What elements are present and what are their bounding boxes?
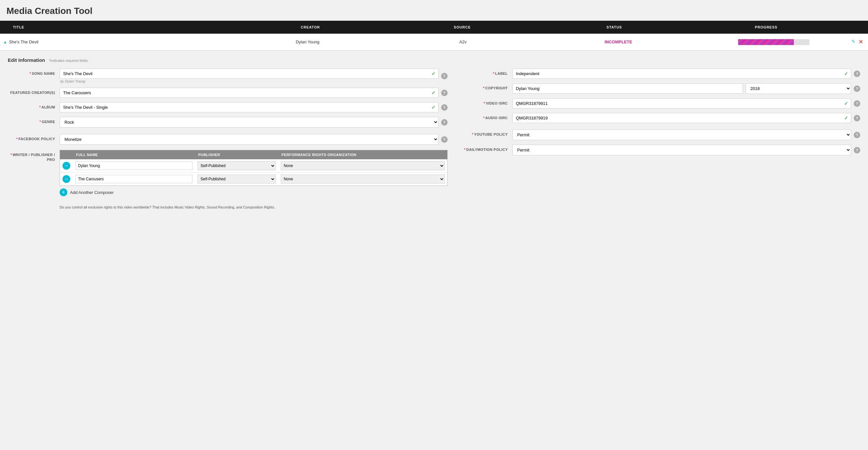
video-isrc-input-wrapper: ✓ bbox=[513, 98, 851, 108]
featured-creators-input[interactable] bbox=[60, 88, 429, 97]
featured-creators-help-icon[interactable]: ? bbox=[441, 90, 447, 96]
header-status: STATUS bbox=[538, 24, 690, 30]
header-progress: PROGRESS bbox=[690, 24, 842, 30]
writer-name-cell-2 bbox=[73, 172, 195, 186]
writer-name-cell-1 bbox=[73, 159, 195, 172]
song-name-input[interactable] bbox=[60, 69, 429, 78]
video-isrc-input[interactable] bbox=[513, 99, 841, 108]
writer-row: *WRITER / PUBLISHER / PRO FULL NAME PUBL… bbox=[8, 150, 447, 197]
chevron-up-icon[interactable]: ▲ bbox=[3, 40, 7, 44]
edit-info-header: Edit Information *Indicates required fie… bbox=[8, 57, 860, 63]
required-note: *Indicates required fields. bbox=[49, 59, 89, 63]
copyright-year-select[interactable]: 2015 2016 2017 2018 2019 2020 2021 2022 … bbox=[746, 83, 851, 94]
row-title-col: ▲ She's The Devil bbox=[0, 38, 230, 46]
facebook-policy-row: *FACEBOOK POLICY Monetize Block Track ? bbox=[8, 134, 447, 145]
writer-row-1: − Self-Published BMG Sony bbox=[60, 159, 447, 172]
copyright-help-icon[interactable]: ? bbox=[854, 86, 860, 92]
writer-content: FULL NAME PUBLISHER PERFORMANCE RIGHTS O… bbox=[60, 150, 447, 197]
dailymotion-policy-field: Permit Block Monetize ? bbox=[513, 145, 860, 155]
edit-info-title: Edit Information bbox=[8, 57, 45, 63]
remove-writer-2-button[interactable]: − bbox=[63, 175, 70, 183]
genre-select[interactable]: Rock Pop Hip-Hop Country Electronic Clas… bbox=[60, 117, 438, 128]
writer-th-remove bbox=[60, 150, 73, 160]
add-composer-row[interactable]: + Add Another Composer bbox=[60, 186, 447, 197]
label-row: *LABEL ✓ ? bbox=[461, 69, 860, 79]
writer-pro-cell-2: None ASCAP BMI SESAC bbox=[278, 172, 447, 186]
writer-th-pro: PERFORMANCE RIGHTS ORGANIZATION bbox=[278, 150, 447, 160]
dailymotion-policy-select[interactable]: Permit Block Monetize bbox=[513, 145, 851, 155]
album-input-wrapper: ✓ bbox=[60, 102, 438, 112]
row-status: INCOMPLETE bbox=[540, 38, 696, 46]
label-check-icon: ✓ bbox=[841, 71, 851, 77]
video-isrc-check-icon: ✓ bbox=[841, 101, 851, 106]
genre-help-icon[interactable]: ? bbox=[441, 119, 447, 126]
copyright-label: *COPYRIGHT bbox=[461, 83, 513, 91]
close-icon[interactable]: ✕ bbox=[859, 39, 863, 45]
writer-pro-select-1[interactable]: None ASCAP BMI SESAC bbox=[281, 161, 445, 170]
featured-creators-row: FEATURED CREATOR(S) ✓ ? bbox=[8, 88, 447, 98]
writer-name-input-1[interactable] bbox=[75, 162, 192, 170]
progress-bar-track bbox=[738, 39, 809, 45]
add-composer-button[interactable]: + bbox=[60, 188, 67, 196]
edit-icon[interactable]: ✎ bbox=[851, 39, 856, 45]
label-label: *LABEL bbox=[461, 69, 513, 76]
youtube-policy-help-icon[interactable]: ? bbox=[854, 132, 860, 138]
album-label: *ALBUM bbox=[8, 102, 60, 110]
writer-publisher-cell-2: Self-Published BMG Sony Warner bbox=[195, 172, 278, 186]
label-field: ✓ ? bbox=[513, 69, 860, 79]
audio-isrc-label: *AUDIO ISRC bbox=[461, 113, 513, 121]
genre-field: Rock Pop Hip-Hop Country Electronic Clas… bbox=[60, 117, 447, 128]
facebook-policy-field: Monetize Block Track ? bbox=[60, 134, 447, 145]
facebook-policy-help-icon[interactable]: ? bbox=[441, 136, 447, 143]
dailymotion-policy-row: *DAILYMOTION POLICY Permit Block Monetiz… bbox=[461, 145, 860, 155]
form-right: *LABEL ✓ ? *COPYRIGHT bbox=[461, 69, 860, 211]
song-name-input-wrapper: ✓ bbox=[60, 69, 438, 79]
progress-bar-fill bbox=[738, 39, 794, 45]
album-help-icon[interactable]: ? bbox=[441, 104, 447, 111]
edit-section: Edit Information *Indicates required fie… bbox=[0, 51, 868, 216]
header-creator: CREATOR bbox=[235, 24, 386, 30]
writer-name-input-2[interactable] bbox=[75, 175, 192, 183]
youtube-policy-select[interactable]: Permit Block Monetize bbox=[513, 129, 851, 140]
writer-publisher-cell-1: Self-Published BMG Sony Warner bbox=[195, 159, 278, 172]
featured-creators-check-icon: ✓ bbox=[429, 90, 438, 96]
album-input[interactable] bbox=[60, 103, 429, 112]
writer-table-header-row: FULL NAME PUBLISHER PERFORMANCE RIGHTS O… bbox=[60, 150, 447, 160]
remove-writer-1-button[interactable]: − bbox=[63, 162, 70, 170]
dailymotion-policy-help-icon[interactable]: ? bbox=[854, 147, 860, 154]
row-source: A2v bbox=[385, 38, 541, 46]
writer-remove-1: − bbox=[60, 159, 73, 172]
audio-isrc-input-wrapper: ✓ bbox=[513, 113, 851, 123]
dailymotion-policy-label: *DAILYMOTION POLICY bbox=[461, 145, 513, 152]
writer-th-publisher: PUBLISHER bbox=[195, 150, 278, 160]
status-badge: INCOMPLETE bbox=[605, 39, 632, 44]
song-name-sub-label: by Dylan Young bbox=[60, 79, 438, 83]
copyright-field: 2015 2016 2017 2018 2019 2020 2021 2022 … bbox=[513, 83, 860, 94]
facebook-policy-select[interactable]: Monetize Block Track bbox=[60, 134, 438, 145]
table-header: TITLE CREATOR SOURCE STATUS PROGRESS bbox=[0, 21, 868, 34]
audio-isrc-help-icon[interactable]: ? bbox=[854, 115, 860, 121]
writer-pro-select-2[interactable]: None ASCAP BMI SESAC bbox=[281, 174, 445, 184]
facebook-policy-label: *FACEBOOK POLICY bbox=[8, 134, 60, 141]
label-help-icon[interactable]: ? bbox=[854, 71, 860, 77]
youtube-policy-label: *YOUTUBE POLICY bbox=[461, 129, 513, 137]
label-input[interactable] bbox=[513, 69, 841, 78]
song-name-help-icon[interactable]: ? bbox=[441, 73, 447, 79]
video-isrc-label: *VIDEO ISRC bbox=[461, 98, 513, 106]
video-isrc-row: *VIDEO ISRC ✓ ? bbox=[461, 98, 860, 108]
song-name-row: *SONG NAME ✓ by Dylan Young ? bbox=[8, 69, 447, 83]
row-creator: Dylan Young bbox=[230, 38, 385, 46]
video-isrc-help-icon[interactable]: ? bbox=[854, 100, 860, 107]
audio-isrc-input[interactable] bbox=[513, 113, 841, 123]
song-name-label: *SONG NAME bbox=[8, 69, 60, 76]
header-title: TITLE bbox=[0, 24, 235, 30]
copyright-name-input[interactable] bbox=[513, 84, 743, 93]
header-source: SOURCE bbox=[386, 24, 538, 30]
audio-isrc-field: ✓ ? bbox=[513, 113, 860, 123]
song-name-field: ✓ by Dylan Young ? bbox=[60, 69, 447, 83]
writer-publisher-select-2[interactable]: Self-Published BMG Sony Warner bbox=[197, 174, 276, 184]
writer-publisher-select-1[interactable]: Self-Published BMG Sony Warner bbox=[197, 161, 276, 170]
form-left: *SONG NAME ✓ by Dylan Young ? FEA bbox=[8, 69, 447, 211]
writer-label: *WRITER / PUBLISHER / PRO bbox=[8, 150, 60, 162]
writer-table: FULL NAME PUBLISHER PERFORMANCE RIGHTS O… bbox=[60, 150, 447, 186]
